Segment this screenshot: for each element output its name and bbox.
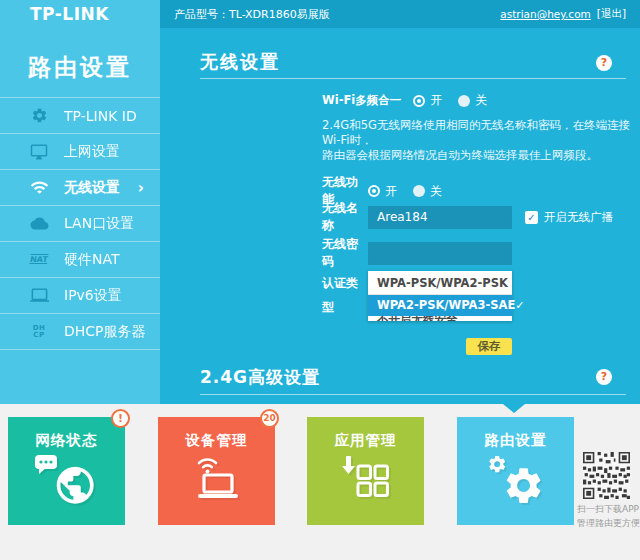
gear-icon [28,107,50,124]
auth-current-option[interactable]: WPA-PSK/WPA2-PSK [368,271,512,295]
qr-code [583,452,630,499]
sidebar: TP-LINK 路由设置 TP-LINK ID 上网设置 无线设置 [0,0,160,404]
multiband-label: Wi-Fi多频合一 [322,93,401,108]
sidebar-item-label: LAN口设置 [64,215,134,233]
qr-caption-line2: 管理路由更方便 [577,517,640,530]
save-button[interactable]: 保存 [466,338,512,355]
sidebar-item-lan[interactable]: LAN口设置 [0,205,160,241]
advanced-section-title: 2.4G高级设置 [200,366,320,389]
monitor-icon [28,143,50,161]
check-icon: ✓ [515,295,524,316]
sidebar-item-label: DHCP服务器 [64,323,146,341]
password-row: 无线密码 [322,236,512,270]
wifi-icon [28,178,50,197]
auth-type-dropdown: WPA-PSK/WPA2-PSK WPA2-PSK/WPA3-SAE ✓ 不开启… [368,271,512,321]
tile-router-settings[interactable]: 路由设置 [457,417,574,525]
qr-caption-line1: 扫一扫下载APP [577,503,639,516]
sidebar-item-partial[interactable] [0,349,160,371]
wireless-on-radio[interactable]: 开 [368,183,397,200]
broadcast-checkbox-row[interactable]: ✓ 开启无线广播 [525,210,613,225]
sidebar-item-dhcp[interactable]: DHCP DHCP服务器 [0,313,160,349]
auth-option-selected[interactable]: WPA2-PSK/WPA3-SAE ✓ [368,295,512,316]
nat-icon: NAT [28,255,50,264]
auth-type-row: 认证类型 WPA-PSK/WPA2-PSK WPA2-PSK/WPA3-SAE … [322,271,512,321]
radio-unselected-icon [458,95,470,107]
logout-link[interactable]: [退出] [597,7,626,21]
topbar: 产品型号：TL-XDR1860易展版 astrian@hey.com [退出] [160,0,640,28]
auth-type-label: 认证类型 [322,271,368,319]
sidebar-item-tplink-id[interactable]: TP-LINK ID [0,97,160,133]
ssid-label: 无线名称 [322,200,368,234]
sidebar-item-wan[interactable]: 上网设置 [0,133,160,169]
help-icon[interactable]: ? [596,369,612,385]
wireless-off-radio[interactable]: 关 [413,183,442,200]
multiband-on-radio[interactable]: 开 [413,92,442,109]
radio-selected-icon [413,95,425,107]
sidebar-item-label: TP-LINK ID [64,108,137,124]
multiband-off-radio[interactable]: 关 [458,92,487,109]
ssid-input[interactable] [368,206,512,229]
account-link[interactable]: astrian@hey.com [500,8,590,20]
bottom-nav: 网络状态 ! 设备管理 20 [0,404,640,560]
dhcp-icon: DHCP [28,325,50,339]
count-badge: 20 [260,409,279,428]
tile-app-management[interactable]: 应用管理 [307,417,424,525]
sidebar-item-wireless[interactable]: 无线设置 › [0,169,160,205]
divider [200,394,626,395]
tplink-logo: TP-LINK [0,0,160,28]
broadcast-label: 开启无线广播 [544,210,613,225]
sidebar-item-hw-nat[interactable]: NAT 硬件NAT [0,241,160,277]
globe-chat-icon [33,453,101,513]
chevron-right-icon: › [138,179,144,197]
sidebar-nav: TP-LINK ID 上网设置 无线设置 › LAN口设置 [0,97,160,371]
sidebar-item-label: 无线设置 [64,179,120,197]
laptop-icon [28,286,50,305]
page-title: 无线设置 [200,50,280,74]
sidebar-item-ipv6[interactable]: IPv6设置 [0,277,160,313]
alert-badge: ! [111,409,130,428]
wireless-function-radio-group: 开 关 [368,183,442,200]
product-model-label: 产品型号：TL-XDR1860易展版 [174,7,330,22]
gears-icon [486,453,546,511]
divider [200,78,626,79]
laptop-wifi-icon [190,453,244,503]
sidebar-item-label: 上网设置 [64,143,120,161]
auth-option-clipped[interactable]: 不开启无线安全 [368,316,512,321]
sidebar-title: 路由设置 [28,52,160,83]
sidebar-item-label: 硬件NAT [64,251,120,269]
tile-network-status[interactable]: 网络状态 [8,417,125,525]
router-admin-page: 产品型号：TL-XDR1860易展版 astrian@hey.com [退出] … [0,0,640,560]
password-input[interactable] [368,242,512,265]
help-icon[interactable]: ? [596,55,612,71]
tile-device-management[interactable]: 设备管理 [158,417,275,525]
radio-unselected-icon [413,185,425,197]
ssid-row: 无线名称 ✓ 开启无线广播 [322,200,613,234]
sidebar-item-label: IPv6设置 [64,287,122,305]
radio-selected-icon [368,185,380,197]
multiband-row: Wi-Fi多频合一 开 关 [322,92,487,109]
apps-download-icon [339,453,393,505]
multiband-radio-group: 开 关 [413,92,487,109]
wireless-settings-panel: 无线设置 ? Wi-Fi多频合一 开 关 2.4G和5G无线网络使用相同的无线名… [160,28,640,404]
active-tab-pointer [503,404,525,413]
cloud-icon [28,216,50,231]
password-label: 无线密码 [322,236,368,270]
checkbox-checked-icon[interactable]: ✓ [525,211,538,224]
multiband-description: 2.4G和5G无线网络使用相同的无线名称和密码，在终端连接Wi-Fi时， 路由器… [322,118,640,163]
